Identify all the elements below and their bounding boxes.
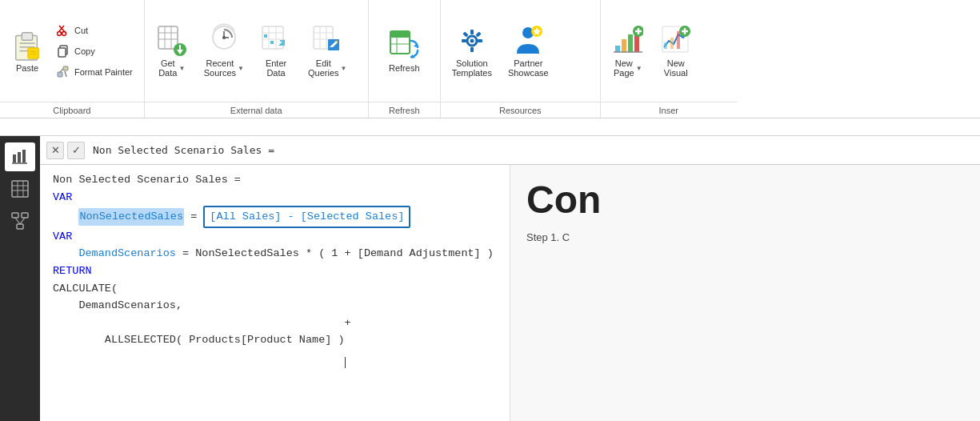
svg-rect-81 [22,150,26,162]
edit-queries-label-wrap: EditQueries ▼ [308,58,346,78]
code-line-header: Non Selected Scenario Sales = [53,171,497,189]
recent-sources-button[interactable]: RecentSources ▼ [199,21,249,81]
format-painter-label: Format Painter [74,67,133,77]
edit-queries-arrow: ▼ [341,65,347,72]
refresh-group: Refresh Refresh [369,0,441,118]
enter-data-icon [260,24,292,56]
enter-data-label: EnterData [266,58,286,78]
svg-rect-58 [478,39,482,42]
formula-bar-text: Non Selected Scenario Sales = [90,144,974,156]
main-area: ✕ ✓ Non Selected Scenario Sales = Non Se… [0,136,980,421]
new-visual-label: NewVisual [664,58,688,78]
recent-sources-label: RecentSources [204,58,236,78]
insert-group: NewPage ▼ [601,0,737,118]
sidebar-icon-model[interactable] [5,206,35,235]
code-line-var2: VAR [53,228,497,246]
edit-queries-button[interactable]: EditQueries ▼ [303,21,351,81]
resources-label: Resources [441,102,600,118]
copy-button[interactable]: Copy [51,42,138,60]
svg-rect-60 [475,31,481,37]
model-icon [11,212,29,230]
code-line-nonselected: NonSelectedSales = [All Sales] - [Select… [53,206,497,228]
svg-rect-57 [462,39,466,42]
canvas-title: Con [526,178,964,222]
clipboard-small-group: Cut Copy [51,22,138,81]
sidebar-icon-table[interactable] [5,174,35,203]
svg-rect-16 [63,66,68,70]
solution-templates-button[interactable]: SolutionTemplates [447,21,497,81]
new-page-label-wrap: NewPage ▼ [614,58,642,78]
new-page-button[interactable]: NewPage ▼ [607,21,649,81]
svg-rect-88 [12,213,18,218]
svg-rect-5 [28,48,38,58]
resources-group: SolutionTemplates Partne [441,0,601,118]
cut-button[interactable]: Cut [51,22,138,39]
code-line-allselected: ALLSELECTED( Products[Product Name] ) + [53,315,497,367]
code-line-var1: VAR [53,189,497,206]
svg-rect-35 [264,34,267,38]
code-line-return: RETURN [53,263,497,280]
clipboard-label: Clipboard [0,102,144,118]
svg-rect-79 [13,154,16,162]
editor-canvas-split: Non Selected Scenario Sales = VAR NonSel… [40,165,980,421]
new-page-icon [612,24,644,56]
code-line-demand: DemandScenarios = NonSelectedSales * ( 1… [53,245,497,263]
canvas-area: Con Step 1. C [510,165,980,421]
ribbon-row: Paste Cut [0,0,980,118]
formula-bar-actions: ✕ ✓ [46,142,85,159]
enter-data-button[interactable]: EnterData [255,21,297,81]
svg-line-17 [65,71,66,77]
svg-rect-90 [17,224,23,229]
svg-rect-74 [670,38,674,49]
cut-icon [56,23,70,38]
sidebar-icon-chart[interactable] [5,142,35,171]
formula-cancel-button[interactable]: ✕ [46,142,64,159]
svg-rect-56 [470,47,474,52]
get-data-button[interactable]: GetData ▼ [151,21,193,81]
format-painter-button[interactable]: Format Painter [51,63,138,81]
svg-point-54 [470,39,474,43]
svg-point-10 [58,31,62,35]
table-icon [11,180,29,198]
copy-label: Copy [74,46,95,56]
sidebar [0,136,40,421]
svg-line-91 [15,218,20,224]
recent-sources-arrow: ▼ [238,65,244,72]
get-data-label: GetData [158,58,177,78]
edit-queries-label: EditQueries [308,58,339,78]
recent-sources-icon [208,24,240,56]
code-content: Non Selected Scenario Sales = VAR NonSel… [40,165,510,421]
partner-showcase-label: PartnerShowcase [508,58,549,78]
svg-rect-73 [664,42,667,49]
svg-rect-59 [462,31,468,37]
get-data-icon [156,24,188,56]
new-visual-icon [660,24,692,56]
format-painter-icon [56,65,70,79]
refresh-label: Refresh [389,63,420,73]
refresh-body: Refresh [369,0,440,102]
new-visual-button[interactable]: NewVisual [655,21,697,81]
copy-icon [56,44,70,58]
svg-line-92 [20,218,25,224]
svg-rect-64 [615,46,620,52]
cut-label: Cut [74,26,88,35]
formula-confirm-button[interactable]: ✓ [67,142,85,159]
insert-label: Inser [601,102,737,118]
partner-showcase-button[interactable]: PartnerShowcase [503,21,554,81]
partner-showcase-icon [512,24,544,56]
code-line-demand-arg: DemandScenarios, [53,297,497,315]
svg-rect-66 [628,34,633,52]
insert-body: NewPage ▼ [601,0,737,102]
paste-label: Paste [16,63,38,73]
external-data-group: GetData ▼ [145,0,369,118]
new-page-label: NewPage [614,58,634,78]
code-editor[interactable]: Non Selected Scenario Sales = VAR NonSel… [40,165,510,421]
refresh-button[interactable]: Refresh [383,26,425,76]
svg-rect-80 [18,152,21,162]
canvas-content: Con Step 1. C [510,165,980,421]
resources-body: SolutionTemplates Partne [441,0,600,102]
ribbon: Paste Cut [0,0,980,136]
paste-button[interactable]: Paste [6,26,48,76]
code-line-calculate: CALCULATE( [53,280,497,298]
clipboard-body: Paste Cut [0,0,144,102]
